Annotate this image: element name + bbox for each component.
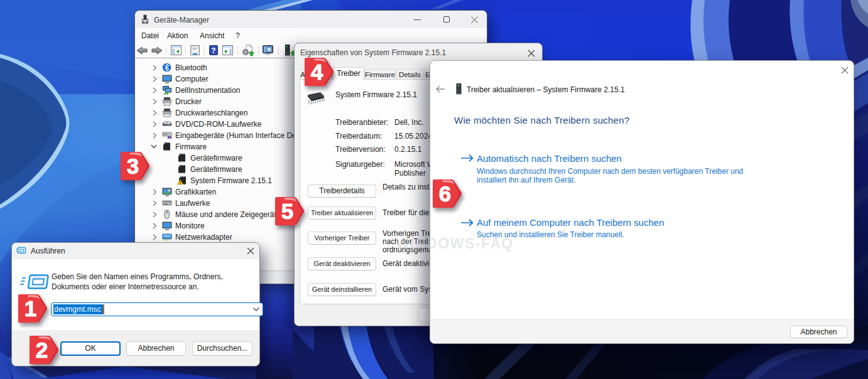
svg-text:4: 4 [311, 60, 323, 84]
svg-text:1: 1 [24, 296, 36, 321]
svg-text:3: 3 [127, 154, 139, 178]
svg-text:?: ? [211, 46, 215, 55]
svg-text:2: 2 [35, 338, 47, 362]
svg-text:5: 5 [281, 199, 293, 223]
svg-text:6: 6 [439, 181, 451, 206]
